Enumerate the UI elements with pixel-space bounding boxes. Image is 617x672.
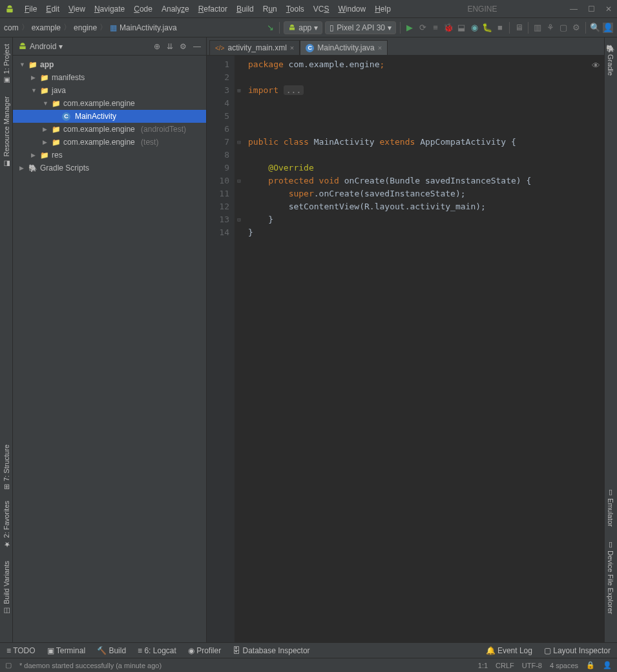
code-editor[interactable]: 👁 1234567891011121314 ⊞⊟⊟⊟ package com.e…	[207, 56, 604, 642]
tab-resource-manager[interactable]: ◧Resource Manager	[1, 92, 12, 172]
code-content[interactable]: package com.example.engine; import ... p…	[243, 56, 604, 642]
menu-refactor[interactable]: Refactor	[194, 3, 231, 15]
layout-inspector-icon[interactable]: ▢	[558, 23, 569, 33]
tab-logcat[interactable]: ≡ 6: Logcat	[138, 646, 176, 655]
apply-code-icon[interactable]: ≡	[430, 23, 441, 33]
sync-icon[interactable]: ↘	[265, 23, 275, 33]
breadcrumb: com〉 example〉 engine〉 ▦ MainActivity.jav…	[4, 22, 262, 33]
tab-build[interactable]: 🔨 Build	[97, 646, 126, 655]
line-separator[interactable]: CRLF	[496, 662, 514, 669]
tab-layout-inspector[interactable]: ▢ Layout Inspector	[544, 646, 611, 655]
left-tool-strip: ▣1: Project ◧Resource Manager ⊞7: Struct…	[0, 37, 13, 642]
sidebar-view-selector[interactable]: Android ▾	[18, 42, 150, 51]
tool-window-quick-access-icon[interactable]: ▢	[5, 661, 12, 669]
hide-icon[interactable]: —	[193, 42, 201, 51]
menu-view[interactable]: View	[65, 3, 89, 15]
attach-debugger-icon[interactable]: 🐛	[482, 23, 492, 33]
editor-tab-java[interactable]: C MainActivity.java ×	[300, 40, 388, 55]
tree-node-manifests[interactable]: ▶📁manifests	[13, 71, 206, 84]
android-icon	[18, 42, 27, 51]
tab-structure[interactable]: ⊞7: Structure	[1, 441, 12, 494]
close-tab-icon[interactable]: ×	[378, 44, 382, 52]
fold-gutter: ⊞⊟⊟⊟	[235, 56, 243, 642]
breadcrumb-item[interactable]: MainActivity.java	[120, 23, 176, 32]
minimize-icon[interactable]: —	[570, 5, 578, 14]
tab-build-variants[interactable]: ◫Build Variants	[1, 557, 12, 619]
bottom-tool-bar: ≡ TODO ▣ Terminal 🔨 Build ≡ 6: Logcat ◉ …	[0, 642, 617, 658]
menu-build[interactable]: Build	[233, 3, 258, 15]
menu-help[interactable]: Help	[371, 3, 395, 15]
inspection-icon[interactable]: 👤	[603, 661, 612, 669]
menu-vcs[interactable]: VCS	[309, 3, 333, 15]
close-icon[interactable]: ✕	[605, 5, 612, 14]
breadcrumb-item[interactable]: com	[4, 23, 19, 32]
editor-area: </> activity_main.xml × C MainActivity.j…	[207, 37, 604, 642]
gear-icon[interactable]: ⚙	[180, 42, 187, 51]
tree-node-gradle-scripts[interactable]: ▶🐘Gradle Scripts	[13, 162, 206, 174]
avd-manager-icon[interactable]: 🖥	[514, 23, 524, 33]
menu-analyze[interactable]: Analyze	[158, 3, 193, 15]
menu-code[interactable]: Code	[130, 3, 156, 15]
project-tree: ▼📁app ▶📁manifests ▼📁java ▼📁com.example.e…	[13, 56, 206, 642]
device-selector[interactable]: ▯ Pixel 2 API 30 ▾	[325, 21, 396, 34]
close-tab-icon[interactable]: ×	[290, 44, 294, 52]
debug-icon[interactable]: 🐞	[443, 23, 454, 33]
tab-favorites[interactable]: ★2: Favorites	[1, 497, 12, 552]
class-icon: C	[306, 44, 314, 52]
resource-manager-icon[interactable]: ⚘	[545, 23, 556, 33]
coverage-icon[interactable]: ⬓	[456, 23, 466, 33]
tab-todo[interactable]: ≡ TODO	[6, 646, 36, 655]
tree-node-package-test[interactable]: ▶📁com.example.engine (androidTest)	[13, 123, 206, 136]
line-numbers: 1234567891011121314	[207, 56, 235, 642]
tree-node-package[interactable]: ▼📁com.example.engine	[13, 97, 206, 110]
run-icon[interactable]: ▶	[404, 23, 415, 33]
menu-bar: File Edit View Navigate Code Analyze Ref…	[0, 0, 617, 18]
phone-icon: ▯	[329, 23, 334, 32]
app-title: ENGINE	[396, 5, 569, 14]
menu-window[interactable]: Window	[334, 3, 370, 15]
sdk-manager-icon[interactable]: ▥	[532, 23, 543, 33]
xml-file-icon: </>	[215, 45, 224, 52]
menu-edit[interactable]: Edit	[42, 3, 63, 15]
tab-event-log[interactable]: 🔔 Event Log	[486, 646, 532, 655]
android-logo-icon	[5, 5, 14, 14]
tree-node-java[interactable]: ▼📁java	[13, 84, 206, 97]
tab-project[interactable]: ▣1: Project	[1, 40, 12, 89]
collapse-icon[interactable]: ⇊	[167, 42, 173, 51]
tab-emulator[interactable]: ▯ Emulator	[605, 484, 616, 530]
tab-profiler[interactable]: ◉ Profiler	[188, 646, 221, 655]
menu-run[interactable]: Run	[259, 3, 281, 15]
stop-icon[interactable]: ■	[495, 23, 505, 33]
breadcrumb-item[interactable]: example	[32, 23, 61, 32]
target-icon[interactable]: ⊕	[154, 42, 160, 51]
tab-gradle[interactable]: 🐘 Gradle	[605, 40, 616, 79]
reader-mode-icon[interactable]: 👁	[592, 59, 600, 72]
tree-node-res[interactable]: ▶📁res	[13, 149, 206, 162]
menu-navigate[interactable]: Navigate	[90, 3, 129, 15]
run-config-selector[interactable]: app ▾	[284, 21, 322, 34]
tab-database[interactable]: 🗄 Database Inspector	[233, 646, 309, 655]
maximize-icon[interactable]: ☐	[588, 5, 595, 14]
apply-changes-icon[interactable]: ⟳	[417, 23, 428, 33]
app-quality-icon[interactable]: ⚙	[571, 23, 581, 33]
user-icon[interactable]: 👤	[603, 23, 613, 33]
tab-terminal[interactable]: ▣ Terminal	[47, 646, 85, 655]
menu-file[interactable]: File	[21, 3, 41, 15]
status-message: * daemon started successfully (a minute …	[19, 662, 162, 669]
breadcrumb-item[interactable]: engine	[74, 23, 97, 32]
tree-node-package-androidtest[interactable]: ▶📁com.example.engine (test)	[13, 136, 206, 149]
java-file-icon: ▦	[110, 23, 117, 32]
editor-tabs: </> activity_main.xml × C MainActivity.j…	[207, 37, 604, 56]
project-sidebar: Android ▾ ⊕ ⇊ ⚙ — ▼📁app ▶📁manifests ▼📁ja…	[13, 37, 207, 642]
menu-tools[interactable]: Tools	[282, 3, 308, 15]
lock-icon[interactable]: 🔒	[586, 661, 595, 669]
indent-setting[interactable]: 4 spaces	[550, 662, 578, 669]
tab-device-explorer[interactable]: ▯ Device File Explorer	[605, 536, 616, 618]
tree-node-app[interactable]: ▼📁app	[13, 58, 206, 71]
editor-tab-xml[interactable]: </> activity_main.xml ×	[209, 40, 300, 55]
file-encoding[interactable]: UTF-8	[522, 662, 542, 669]
tree-node-main-activity[interactable]: C MainActivity	[13, 110, 206, 123]
cursor-position[interactable]: 1:1	[478, 662, 488, 669]
profiler-icon[interactable]: ◉	[469, 23, 479, 33]
search-icon[interactable]: 🔍	[590, 23, 600, 33]
